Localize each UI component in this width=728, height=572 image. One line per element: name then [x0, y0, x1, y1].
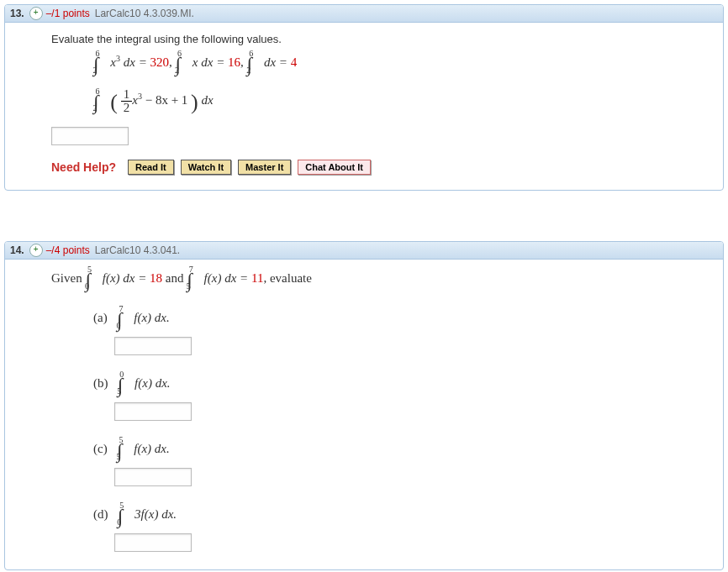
expand-icon[interactable]: +: [29, 244, 43, 257]
lower-limit: 5: [117, 386, 121, 396]
integrand: dx =: [264, 55, 291, 69]
answer-row: [51, 127, 698, 148]
lower-limit: 2: [93, 66, 98, 75]
lower-limit: 2: [175, 66, 179, 75]
part-c: (c) ∫55 f(x) dx.: [93, 440, 698, 463]
upper-limit: 6: [96, 87, 100, 96]
need-help-label: Need Help?: [51, 160, 116, 174]
value: 320: [150, 55, 170, 69]
given-label: Given: [51, 271, 85, 285]
watch-it-button[interactable]: Watch It: [181, 160, 231, 175]
answer-input[interactable]: [51, 127, 129, 145]
fraction: 1 2: [121, 88, 133, 114]
question-number: 14.: [10, 244, 24, 256]
part-label: (a): [93, 311, 108, 324]
lower-limit: 0: [85, 281, 89, 291]
upper-limit: 5: [119, 501, 124, 510]
prompt-text: Evaluate the integral using the followin…: [51, 33, 698, 45]
part-label: (d): [93, 507, 108, 521]
lower-limit: 5: [116, 452, 120, 461]
question-header: 14. + –/4 points LarCalc10 4.3.041.: [5, 242, 723, 260]
expand-icon[interactable]: +: [29, 7, 43, 20]
points-label: –/4 points: [46, 244, 90, 256]
answer-input-b[interactable]: [114, 402, 192, 421]
right-paren-icon: ): [191, 90, 198, 114]
read-it-button[interactable]: Read It: [128, 160, 174, 175]
upper-limit: 6: [249, 49, 253, 58]
upper-limit: 0: [119, 370, 124, 379]
question-13: 13. + –/1 points LarCalc10 4.3.039.MI. E…: [4, 4, 724, 191]
evaluate-text: , evaluate: [263, 271, 311, 285]
lower-limit: 0: [117, 517, 121, 527]
upper-limit: 5: [87, 265, 92, 274]
upper-limit: 7: [119, 304, 123, 313]
points-label: –/1 points: [46, 8, 90, 19]
integrand: x: [110, 55, 116, 69]
question-header: 13. + –/1 points LarCalc10 4.3.039.MI.: [5, 5, 723, 23]
integrand: f(x) dx.: [135, 376, 170, 390]
integrand: f(x) dx.: [134, 442, 169, 455]
part-a: (a) ∫70 f(x) dx.: [93, 309, 698, 332]
help-row: Need Help? Read It Watch It Master It Ch…: [51, 160, 698, 175]
part-label: (c): [93, 442, 108, 455]
variable: x: [132, 93, 138, 107]
question-14: 14. + –/4 points LarCalc10 4.3.041. Give…: [4, 241, 724, 570]
chat-about-it-button[interactable]: Chat About It: [298, 160, 371, 175]
question-number: 13.: [10, 8, 24, 19]
answer-input-a[interactable]: [114, 337, 192, 355]
value: 4: [291, 55, 298, 69]
value: 18: [150, 271, 162, 285]
value: 11: [251, 271, 263, 285]
question-body: Given ∫50 f(x) dx = 18 and ∫75 f(x) dx =…: [5, 260, 723, 569]
master-it-button[interactable]: Master It: [238, 160, 291, 175]
integrand: f(x) dx =: [204, 271, 251, 285]
lower-limit: 2: [93, 103, 98, 113]
integrand: 3f(x) dx.: [135, 507, 177, 521]
answer-input-d[interactable]: [114, 533, 192, 552]
part-label: (b): [93, 376, 108, 390]
answer-input-c[interactable]: [114, 468, 192, 486]
given-line: Given ∫50 f(x) dx = 18 and ∫75 f(x) dx =…: [51, 270, 698, 292]
terms: − 8x + 1: [142, 93, 187, 107]
part-d: (d) ∫50 3f(x) dx.: [93, 506, 698, 528]
reference-label: LarCalc10 4.3.039.MI.: [95, 8, 194, 19]
upper-limit: 7: [189, 265, 193, 274]
part-b: (b) ∫05 f(x) dx.: [93, 375, 698, 397]
question-body: Evaluate the integral using the followin…: [5, 23, 723, 190]
reference-label: LarCalc10 4.3.041.: [95, 244, 180, 256]
integrand: f(x) dx =: [103, 271, 150, 285]
integrand: f(x) dx.: [134, 311, 169, 324]
lower-limit: 2: [246, 66, 251, 75]
dx-eq: dx =: [120, 55, 150, 69]
value: 16: [228, 55, 240, 69]
target-integral: ∫62 ( 1 2 x3 − 8x + 1 ) dx: [93, 88, 698, 115]
and-text: and: [166, 271, 187, 285]
lower-limit: 0: [116, 321, 120, 330]
upper-limit: 5: [119, 435, 123, 444]
left-paren-icon: (: [110, 90, 118, 114]
integrand: x dx =: [193, 55, 228, 69]
upper-limit: 6: [96, 49, 100, 58]
dx: dx: [202, 93, 214, 107]
given-integrals: ∫62 x3 dx = 320, ∫62 x dx = 16, ∫62 dx =…: [93, 54, 698, 76]
denominator: 2: [121, 102, 133, 114]
lower-limit: 5: [187, 281, 191, 291]
numerator: 1: [121, 88, 133, 102]
upper-limit: 6: [177, 49, 182, 58]
